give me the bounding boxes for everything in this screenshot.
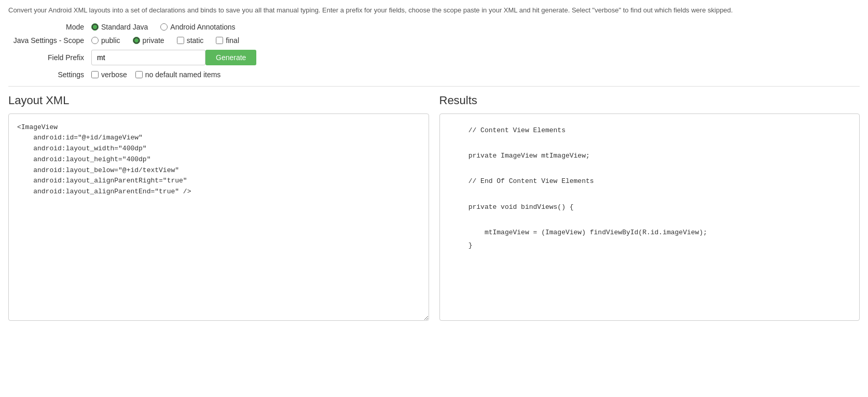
prefix-group: Generate	[91, 50, 256, 65]
scope-final-checkbox[interactable]	[216, 37, 223, 44]
results-panel: Results // Content View Elements private…	[439, 94, 860, 322]
settings-nodefault-checkbox[interactable]	[135, 71, 143, 78]
mode-label: Mode	[8, 23, 91, 31]
settings-verbose-option[interactable]: verbose	[91, 70, 127, 79]
settings-group: verbose no default named items	[91, 70, 221, 79]
prefix-input[interactable]	[91, 50, 205, 65]
settings-verbose-label: verbose	[101, 70, 127, 79]
settings-verbose-checkbox[interactable]	[91, 71, 99, 78]
form-section: Mode Standard Java Android Annotations J…	[8, 23, 860, 79]
mode-row: Mode Standard Java Android Annotations	[8, 23, 860, 31]
settings-label: Settings	[8, 70, 91, 79]
scope-static-checkbox[interactable]	[177, 37, 184, 44]
divider	[8, 86, 860, 87]
scope-public-label: public	[101, 36, 120, 45]
layout-xml-textarea[interactable]: <ImageView android:id="@+id/imageView" a…	[8, 114, 429, 321]
scope-label: Java Settings - Scope	[8, 36, 91, 45]
scope-private-label: private	[143, 36, 164, 45]
scope-public-option[interactable]: public	[91, 36, 120, 45]
scope-final-option[interactable]: final	[216, 36, 239, 45]
mode-standard-radio[interactable]	[91, 23, 99, 31]
scope-public-radio[interactable]	[91, 37, 99, 44]
layout-xml-title: Layout XML	[8, 94, 429, 107]
mode-annotations-radio[interactable]	[160, 23, 168, 31]
mode-radio-group: Standard Java Android Annotations	[91, 23, 236, 31]
scope-private-option[interactable]: private	[133, 36, 164, 45]
layout-xml-panel: Layout XML <ImageView android:id="@+id/i…	[8, 94, 429, 322]
scope-private-radio[interactable]	[133, 37, 140, 44]
results-display: // Content View Elements private ImageVi…	[439, 114, 860, 321]
prefix-row: Field Prefix Generate	[8, 50, 860, 65]
mode-annotations-option[interactable]: Android Annotations	[160, 23, 235, 31]
settings-nodefault-label: no default named items	[145, 70, 221, 79]
prefix-label: Field Prefix	[8, 53, 91, 62]
panels-container: Layout XML <ImageView android:id="@+id/i…	[8, 94, 860, 322]
scope-final-label: final	[226, 36, 239, 45]
mode-annotations-label: Android Annotations	[170, 23, 235, 31]
scope-radio-group: public private static final	[91, 36, 239, 45]
intro-text: Convert your Android XML layouts into a …	[8, 5, 860, 16]
settings-row: Settings verbose no default named items	[8, 70, 860, 79]
scope-row: Java Settings - Scope public private sta…	[8, 36, 860, 45]
mode-standard-option[interactable]: Standard Java	[91, 23, 148, 31]
mode-standard-label: Standard Java	[101, 23, 148, 31]
scope-static-option[interactable]: static	[177, 36, 204, 45]
scope-static-label: static	[187, 36, 204, 45]
settings-nodefault-option[interactable]: no default named items	[135, 70, 221, 79]
generate-button[interactable]: Generate	[205, 50, 256, 65]
results-title: Results	[439, 94, 860, 107]
